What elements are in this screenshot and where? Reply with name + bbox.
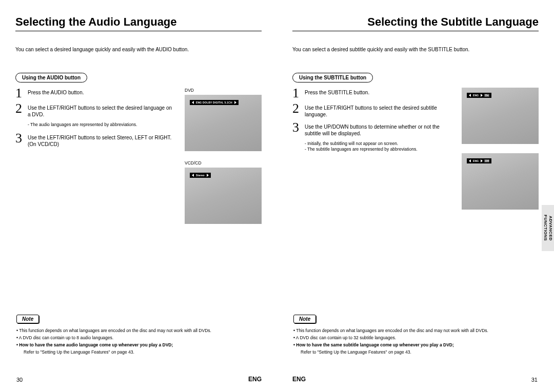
arrow-left-icon	[192, 174, 194, 177]
intro-text: You can select a desired language quickl…	[15, 47, 262, 52]
subnote-line: - The audio languages are represented by…	[28, 122, 175, 128]
page-number: 31	[531, 377, 538, 383]
osd-bar-on: ENG On	[467, 93, 491, 98]
osd-text: ENG	[472, 94, 479, 97]
step-text: Press the SUBTITLE button.	[305, 88, 369, 99]
intro-text: You can select a desired subtitle quickl…	[292, 47, 539, 52]
figure-label-dvd: DVD	[185, 88, 262, 93]
step-1: 1 Press the SUBTITLE button.	[292, 88, 452, 99]
step-3: 3 Use the LEFT/RIGHT buttons to select S…	[15, 133, 175, 148]
section-pill-subtitle: Using the SUBTITLE button	[292, 73, 373, 82]
page-lang: ENG	[248, 376, 262, 383]
side-tab-text: ADVANCED FUNCTIONS	[543, 205, 553, 251]
step-text: Press the AUDIO button.	[28, 88, 84, 99]
step-subnote: - Initially, the subtitling will not app…	[305, 141, 452, 152]
osd-text: ENG	[472, 159, 479, 162]
osd-bar-off: ENG Off	[467, 158, 491, 163]
figures-column: DVD ENG DOLBY DIGITAL 5.1CH VCD/CD Stere…	[185, 88, 262, 233]
content-columns: 1 Press the AUDIO button. 2 Use the LEFT…	[15, 88, 262, 233]
arrow-right-icon	[481, 159, 483, 162]
note-block: Note • This function depends on what lan…	[16, 315, 262, 356]
note-item-bold: • How to have the same subtitle language…	[293, 342, 539, 348]
step-number: 3	[15, 133, 25, 148]
subnote-line: - The subtitle languages are represented…	[305, 147, 452, 152]
note-block: Note • This function depends on what lan…	[293, 315, 539, 356]
note-item-bold: • How to have the same audio language co…	[16, 342, 262, 348]
note-item: • A DVD disc can contain up to 32 subtit…	[293, 335, 539, 341]
figures-column: ENG On ENG Off	[462, 88, 539, 219]
screen-subtitle-on: ENG On	[462, 88, 539, 144]
section-pill-audio: Using the AUDIO button	[15, 73, 87, 82]
note-list: • This function depends on what language…	[293, 327, 539, 355]
step-number: 1	[292, 88, 302, 99]
note-item: • A DVD disc can contain up to 8 audio l…	[16, 335, 262, 341]
content-columns: 1 Press the SUBTITLE button. 2 Use the L…	[292, 88, 539, 219]
step-1: 1 Press the AUDIO button.	[15, 88, 175, 99]
page-right: Selecting the Subtitle Language You can …	[277, 0, 554, 392]
osd-text: ENG DOLBY DIGITAL 5.1CH	[195, 101, 233, 104]
step-text: Use the LEFT/RIGHT buttons to select the…	[28, 103, 175, 118]
arrow-left-icon	[192, 101, 194, 104]
step-number: 2	[15, 103, 25, 118]
step-text: Use the LEFT/RIGHT buttons to select the…	[305, 103, 452, 118]
figure-label-vcd: VCD/CD	[185, 160, 262, 166]
page-lang: ENG	[292, 376, 306, 383]
step-subnote: - The audio languages are represented by…	[28, 122, 175, 128]
screen-vcd: Stereo	[185, 168, 262, 224]
page-title: Selecting the Audio Language	[15, 15, 262, 31]
steps-column: 1 Press the AUDIO button. 2 Use the LEFT…	[15, 88, 175, 233]
steps-column: 1 Press the SUBTITLE button. 2 Use the L…	[292, 88, 452, 219]
arrow-right-icon	[481, 94, 483, 97]
note-label: Note	[16, 315, 39, 323]
page-left: Selecting the Audio Language You can sel…	[0, 0, 277, 392]
note-item-sub: Refer to "Setting Up the Language Featur…	[293, 349, 539, 355]
note-label: Note	[293, 315, 316, 323]
note-item-sub: Refer to "Setting Up the Language Featur…	[16, 349, 262, 355]
step-2: 2 Use the LEFT/RIGHT buttons to select t…	[15, 103, 175, 118]
step-number: 2	[292, 103, 302, 118]
subnote-line: - Initially, the subtitling will not app…	[305, 141, 452, 147]
arrow-right-icon	[207, 174, 209, 177]
page-title: Selecting the Subtitle Language	[292, 15, 539, 31]
osd-state: On	[484, 94, 489, 97]
screen-dvd: ENG DOLBY DIGITAL 5.1CH	[185, 95, 262, 151]
note-item: • This function depends on what language…	[293, 327, 539, 334]
section-side-tab: ADVANCED FUNCTIONS	[542, 205, 554, 251]
osd-bar-dvd: ENG DOLBY DIGITAL 5.1CH	[190, 100, 239, 105]
step-2: 2 Use the LEFT/RIGHT buttons to select t…	[292, 103, 452, 118]
step-3: 3 Use the UP/DOWN buttons to determine w…	[292, 122, 452, 137]
screen-subtitle-off: ENG Off	[462, 153, 539, 210]
arrow-right-icon	[234, 101, 236, 104]
page-number: 30	[16, 377, 23, 383]
page-spread: Selecting the Audio Language You can sel…	[0, 0, 554, 392]
step-text: Use the LEFT/RIGHT buttons to select Ste…	[28, 133, 175, 148]
osd-bar-vcd: Stereo	[190, 173, 211, 178]
arrow-left-icon	[469, 94, 471, 97]
step-text: Use the UP/DOWN buttons to determine whe…	[305, 122, 452, 137]
note-item: • This function depends on what language…	[16, 327, 262, 334]
note-list: • This function depends on what language…	[16, 327, 262, 355]
osd-text: Stereo	[195, 174, 205, 177]
step-number: 1	[15, 88, 25, 99]
osd-state: Off	[484, 159, 489, 162]
arrow-left-icon	[469, 159, 471, 162]
step-number: 3	[292, 122, 302, 137]
